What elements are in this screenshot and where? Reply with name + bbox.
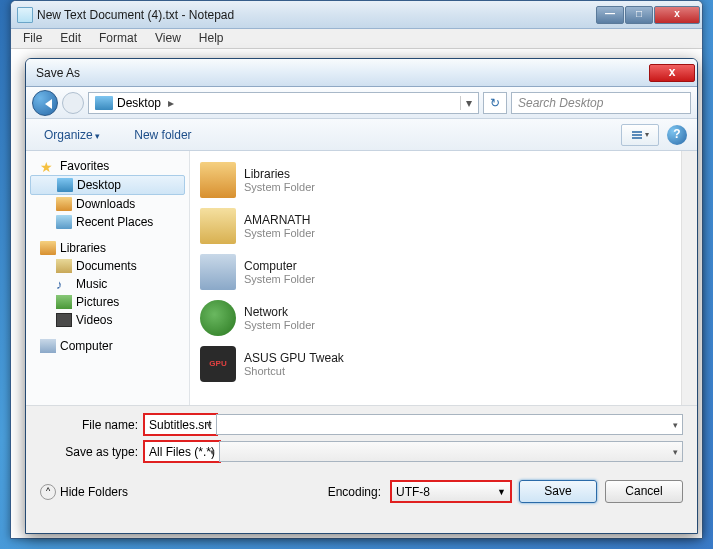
refresh-button[interactable]: ↻ [483,92,507,114]
pictures-icon [56,295,72,309]
notepad-icon [17,7,33,23]
file-list[interactable]: LibrariesSystem Folder AMARNATHSystem Fo… [190,151,697,405]
savetype-combo[interactable]: All Files (*.*) [144,441,220,462]
toolbar: Organize New folder ▾ ? [26,119,697,151]
collapse-icon: ^ [40,484,56,500]
network-icon [200,300,236,336]
maximize-button[interactable]: □ [625,6,653,24]
libraries-icon [40,241,56,255]
user-folder-icon [200,208,236,244]
libraries-icon [200,162,236,198]
help-button[interactable]: ? [667,125,687,145]
list-item[interactable]: GPU ASUS GPU TweakShortcut [194,341,693,387]
notepad-menubar: File Edit Format View Help [11,29,702,49]
menu-help[interactable]: Help [191,29,232,48]
input-area: File name: Subtitles.srt Save as type: A… [26,405,697,462]
nav-tree: ★Favorites Desktop Downloads Recent Plac… [26,151,190,405]
new-folder-button[interactable]: New folder [126,124,199,146]
hide-folders-button[interactable]: ^ Hide Folders [40,484,128,500]
list-item[interactable]: NetworkSystem Folder [194,295,693,341]
savetype-combo-ext[interactable] [219,441,683,462]
encoding-combo[interactable]: UTF-8 [391,481,511,502]
tree-computer[interactable]: Computer [26,337,189,355]
search-input[interactable]: Search Desktop [511,92,691,114]
back-button[interactable] [32,90,58,116]
chevron-right-icon[interactable]: ▸ [165,96,177,110]
tree-music[interactable]: ♪Music [26,275,189,293]
encoding-label: Encoding: [328,485,381,499]
notepad-titlebar: New Text Document (4).txt - Notepad — □ … [11,1,702,29]
nav-bar: Desktop ▸ ▾ ↻ Search Desktop [26,87,697,119]
recent-icon [56,215,72,229]
dialog-close-button[interactable]: x [649,64,695,82]
menu-edit[interactable]: Edit [52,29,89,48]
tree-downloads[interactable]: Downloads [26,195,189,213]
path-dropdown[interactable]: ▾ [460,96,476,110]
documents-icon [56,259,72,273]
list-item[interactable]: LibrariesSystem Folder [194,157,693,203]
menu-format[interactable]: Format [91,29,145,48]
tree-desktop[interactable]: Desktop [30,175,185,195]
desktop-icon [57,178,73,192]
tree-videos[interactable]: Videos [26,311,189,329]
list-item[interactable]: ComputerSystem Folder [194,249,693,295]
star-icon: ★ [40,159,56,173]
view-options-button[interactable]: ▾ [621,124,659,146]
tree-documents[interactable]: Documents [26,257,189,275]
organize-button[interactable]: Organize [36,124,108,146]
saveas-dialog: Save As x Desktop ▸ ▾ ↻ Search Desktop O… [25,58,698,534]
tree-favorites[interactable]: ★Favorites [26,157,189,175]
tree-libraries[interactable]: Libraries [26,239,189,257]
tree-pictures[interactable]: Pictures [26,293,189,311]
computer-icon [40,339,56,353]
address-bar[interactable]: Desktop ▸ ▾ [88,92,479,114]
computer-icon [200,254,236,290]
filename-input-ext[interactable] [216,414,683,435]
gpu-shortcut-icon: GPU [200,346,236,382]
save-button[interactable]: Save [519,480,597,503]
list-item[interactable]: AMARNATHSystem Folder [194,203,693,249]
saveas-title: Save As [36,66,649,80]
desktop-icon [95,96,113,110]
tree-recent[interactable]: Recent Places [26,213,189,231]
downloads-icon [56,197,72,211]
music-icon: ♪ [56,277,72,291]
scrollbar[interactable] [681,151,697,405]
footer: ^ Hide Folders Encoding: UTF-8 Save Canc… [26,468,697,517]
cancel-button[interactable]: Cancel [605,480,683,503]
filename-input[interactable]: Subtitles.srt [144,414,217,435]
menu-file[interactable]: File [15,29,50,48]
forward-button[interactable] [62,92,84,114]
videos-icon [56,313,72,327]
path-segment: Desktop [117,96,161,110]
menu-view[interactable]: View [147,29,189,48]
close-button[interactable]: x [654,6,700,24]
savetype-label: Save as type: [40,445,144,459]
notepad-title: New Text Document (4).txt - Notepad [37,8,596,22]
minimize-button[interactable]: — [596,6,624,24]
saveas-titlebar: Save As x [26,59,697,87]
filename-label: File name: [40,418,144,432]
